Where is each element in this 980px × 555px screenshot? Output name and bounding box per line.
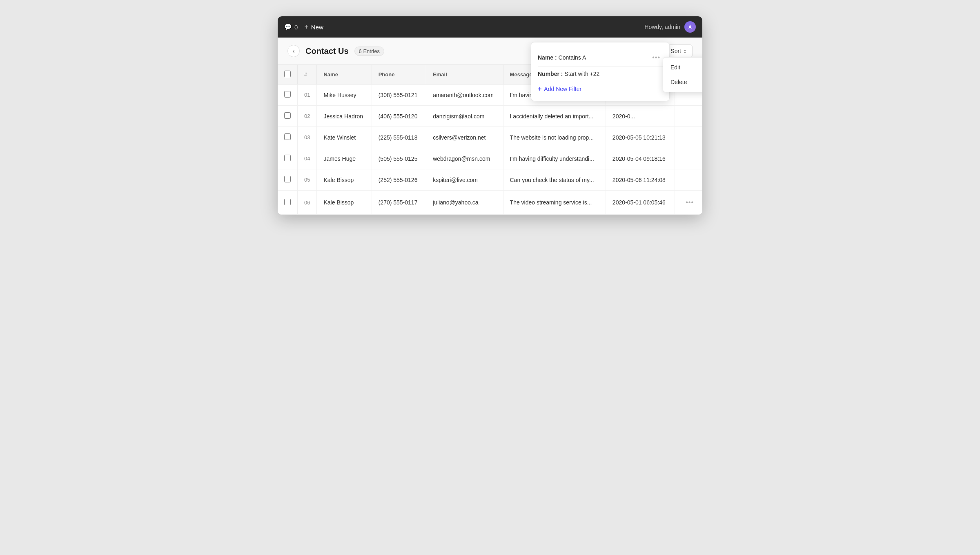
- row-checkbox[interactable]: [284, 91, 291, 98]
- row-num: 05: [298, 169, 317, 191]
- filter-item-2: Number : Start with +22: [538, 67, 663, 81]
- table-row: 06 Kale Bissop (270) 555-0117 juliano@ya…: [278, 191, 702, 215]
- comment-count-area: 💬 0: [284, 23, 298, 31]
- filter1-menu-button[interactable]: •••: [650, 53, 663, 62]
- add-filter-label: Add New Filter: [544, 86, 581, 92]
- filter-context-menu: Edit Delete: [663, 57, 702, 92]
- back-icon: ‹: [293, 48, 295, 54]
- add-filter-plus-icon: +: [538, 85, 541, 93]
- row-num: 06: [298, 191, 317, 215]
- row-num: 02: [298, 106, 317, 127]
- filter-item-container-1: Name : Contains A ••• Edit Delete: [538, 49, 663, 67]
- table-row: 02 Jessica Hadron (406) 555-0120 danzigi…: [278, 106, 702, 127]
- comment-count: 0: [294, 24, 298, 31]
- table-container: # Name Phone Email Message Contact Date …: [278, 65, 702, 215]
- select-all-checkbox[interactable]: [284, 71, 291, 77]
- row-phone: (308) 555-0121: [372, 84, 426, 106]
- table-row: 03 Kate Winslet (225) 555-0118 csilvers@…: [278, 127, 702, 148]
- add-filter-button[interactable]: + Add New Filter: [538, 81, 581, 94]
- row-email: amaranth@outlook.com: [426, 84, 503, 106]
- row-checkbox-cell: [278, 169, 298, 191]
- comment-icon: 💬: [284, 23, 292, 31]
- row-checkbox[interactable]: [284, 176, 291, 182]
- plus-icon: +: [304, 23, 309, 31]
- filter1-label: Name :: [538, 54, 557, 61]
- row-actions: [675, 169, 702, 191]
- row-name: James Huge: [317, 148, 372, 169]
- row-checkbox-cell: [278, 127, 298, 148]
- row-checkbox-cell: [278, 84, 298, 106]
- filter2-text: Number : Start with +22: [538, 71, 599, 77]
- row-num: 03: [298, 127, 317, 148]
- row-message: I'm having difficulty understandi...: [503, 148, 606, 169]
- row-name: Kate Winslet: [317, 127, 372, 148]
- row-actions: [675, 127, 702, 148]
- row-name: Mike Hussey: [317, 84, 372, 106]
- row-phone: (505) 555-0125: [372, 148, 426, 169]
- new-button-label: New: [311, 24, 323, 31]
- avatar: A: [684, 21, 696, 33]
- context-menu-edit[interactable]: Edit: [663, 60, 702, 75]
- filter1-value: Contains A: [559, 54, 586, 61]
- col-checkbox: [278, 65, 298, 84]
- sort-icon: ↕: [684, 48, 686, 54]
- row-name: Jessica Hadron: [317, 106, 372, 127]
- row-message: The video streaming service is...: [503, 191, 606, 215]
- titlebar-left: 💬 0 + New: [284, 23, 323, 31]
- row-phone: (270) 555-0117: [372, 191, 426, 215]
- row-actions: •••: [675, 191, 702, 215]
- row-date: 2020-05-01 06:05:46: [606, 191, 675, 215]
- row-email: kspiteri@live.com: [426, 169, 503, 191]
- row-checkbox[interactable]: [284, 199, 291, 205]
- row-checkbox-cell: [278, 106, 298, 127]
- row-name: Kale Bissop: [317, 169, 372, 191]
- row-message: Can you check the status of my...: [503, 169, 606, 191]
- greeting-text: Howdy, admin: [644, 24, 680, 30]
- col-phone: Phone: [372, 65, 426, 84]
- row-phone: (225) 555-0118: [372, 127, 426, 148]
- filter-panel: Name : Contains A ••• Edit Delete Number…: [531, 42, 670, 101]
- row-phone: (406) 555-0120: [372, 106, 426, 127]
- row-message: The website is not loading prop...: [503, 127, 606, 148]
- app-window: 💬 0 + New Howdy, admin A ‹ Contact Us 6 …: [278, 16, 702, 215]
- new-button[interactable]: + New: [304, 23, 323, 31]
- row-email: csilvers@verizon.net: [426, 127, 503, 148]
- row-date: 2020-05-04 09:18:16: [606, 148, 675, 169]
- row-email: juliano@yahoo.ca: [426, 191, 503, 215]
- row-checkbox[interactable]: [284, 155, 291, 161]
- row-checkbox-cell: [278, 148, 298, 169]
- titlebar: 💬 0 + New Howdy, admin A: [278, 16, 702, 38]
- col-email: Email: [426, 65, 503, 84]
- row-date: 2020-05-06 11:24:08: [606, 169, 675, 191]
- row-actions: [675, 106, 702, 127]
- sort-label: Sort: [670, 48, 681, 54]
- page-header-left: ‹ Contact Us 6 Entries: [287, 45, 384, 57]
- row-name: Kale Bissop: [317, 191, 372, 215]
- row-email: danzigism@aol.com: [426, 106, 503, 127]
- row-email: webdragon@msn.com: [426, 148, 503, 169]
- page-title: Contact Us: [305, 47, 349, 56]
- row-checkbox[interactable]: [284, 133, 291, 140]
- row-actions: [675, 148, 702, 169]
- row-num: 01: [298, 84, 317, 106]
- filter2-value: Start with +22: [564, 71, 599, 77]
- titlebar-right: Howdy, admin A: [644, 21, 696, 33]
- filter1-text: Name : Contains A: [538, 54, 586, 61]
- back-button[interactable]: ‹: [287, 45, 300, 57]
- row-num: 04: [298, 148, 317, 169]
- col-num: #: [298, 65, 317, 84]
- row-menu-button[interactable]: •••: [682, 197, 697, 208]
- filter2-label: Number :: [538, 71, 563, 77]
- entries-badge: 6 Entries: [354, 47, 384, 56]
- table-row: 04 James Huge (505) 555-0125 webdragon@m…: [278, 148, 702, 169]
- row-date: 2020-0...: [606, 106, 675, 127]
- row-checkbox-cell: [278, 191, 298, 215]
- row-date: 2020-05-05 10:21:13: [606, 127, 675, 148]
- filter-item-1: Name : Contains A •••: [538, 49, 663, 67]
- row-checkbox[interactable]: [284, 112, 291, 119]
- context-menu-delete[interactable]: Delete: [663, 75, 702, 89]
- row-phone: (252) 555-0126: [372, 169, 426, 191]
- table-row: 05 Kale Bissop (252) 555-0126 kspiteri@l…: [278, 169, 702, 191]
- col-name: Name: [317, 65, 372, 84]
- row-message: I accidentally deleted an import...: [503, 106, 606, 127]
